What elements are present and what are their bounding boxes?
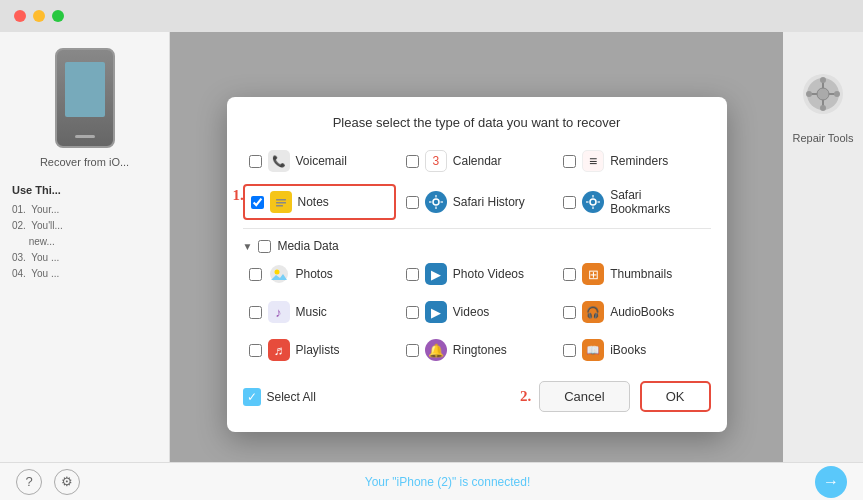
- notes-icon: [270, 191, 292, 213]
- playlists-checkbox[interactable]: [249, 344, 262, 357]
- svg-rect-2: [276, 202, 286, 204]
- ringtones-checkbox[interactable]: [406, 344, 419, 357]
- music-icon: ♪: [268, 301, 290, 323]
- ringtones-icon: 🔔: [425, 339, 447, 361]
- section-divider: [243, 228, 711, 229]
- notes-label: Notes: [298, 195, 329, 209]
- voicemail-item: 📞 Voicemail: [243, 146, 396, 176]
- modal-overlay: 1. Please select the type of data you wa…: [170, 32, 783, 497]
- step3: 03. You ...: [12, 250, 63, 266]
- notes-row: Notes Safari History: [243, 180, 711, 224]
- videos-icon: ▶: [425, 301, 447, 323]
- media-section-label: Media Data: [277, 239, 338, 253]
- modal-title: Please select the type of data you want …: [227, 97, 727, 142]
- safari-bookmarks-item: Safari Bookmarks: [557, 184, 710, 220]
- step1: 01. Your...: [12, 202, 63, 218]
- music-checkbox[interactable]: [249, 306, 262, 319]
- titlebar: [0, 0, 863, 32]
- voicemail-icon: 📞: [268, 150, 290, 172]
- voicemail-label: Voicemail: [296, 154, 347, 168]
- svg-point-24: [820, 105, 826, 111]
- help-button[interactable]: ?: [16, 469, 42, 495]
- calendar-checkbox[interactable]: [406, 155, 419, 168]
- modal-dialog: 1. Please select the type of data you wa…: [227, 97, 727, 432]
- right-panel: Repair Tools: [783, 32, 863, 497]
- playlists-item: ♬ Playlists: [243, 335, 396, 365]
- app-content: Recover from iO... Use Thi... 01. Your..…: [0, 32, 863, 497]
- settings-button[interactable]: ⚙: [54, 469, 80, 495]
- next-button[interactable]: →: [815, 466, 847, 498]
- ibooks-label: iBooks: [610, 343, 646, 357]
- btn-group: Cancel OK: [539, 381, 710, 412]
- ibooks-item: 📖 iBooks: [557, 335, 710, 365]
- safari-bookmarks-label: Safari Bookmarks: [610, 188, 704, 216]
- photo-videos-icon: ▶: [425, 263, 447, 285]
- videos-item: ▶ Videos: [400, 297, 553, 327]
- reminders-icon: ≡: [582, 150, 604, 172]
- videos-checkbox[interactable]: [406, 306, 419, 319]
- ringtones-label: Ringtones: [453, 343, 507, 357]
- safari-history-icon: [425, 191, 447, 213]
- photos-item: Photos: [243, 259, 396, 289]
- close-dot[interactable]: [14, 10, 26, 22]
- photos-label: Photos: [296, 267, 333, 281]
- notes-item: Notes: [243, 184, 396, 220]
- svg-point-23: [820, 77, 826, 83]
- playlists-label: Playlists: [296, 343, 340, 357]
- cancel-button[interactable]: Cancel: [539, 381, 629, 412]
- app-background: Recover from iO... Use Thi... 01. Your..…: [0, 0, 863, 500]
- media-row-2: ♪ Music ▶ Videos 🎧 AudioB: [243, 293, 711, 331]
- safari-bookmarks-checkbox[interactable]: [563, 196, 576, 209]
- thumbnails-icon: ⊞: [582, 263, 604, 285]
- svg-rect-1: [276, 199, 286, 201]
- audiobooks-checkbox[interactable]: [563, 306, 576, 319]
- photos-icon: [268, 263, 290, 285]
- svg-point-22: [817, 88, 829, 100]
- modal-body: 📞 Voicemail 3 Calendar ≡: [227, 142, 727, 369]
- minimize-dot[interactable]: [33, 10, 45, 22]
- safari-history-checkbox[interactable]: [406, 196, 419, 209]
- notes-checkbox[interactable]: [251, 196, 264, 209]
- videos-label: Videos: [453, 305, 489, 319]
- media-section-checkbox[interactable]: [258, 240, 271, 253]
- repair-tools-icon: [801, 72, 845, 116]
- recover-label: Recover from iO...: [40, 156, 129, 168]
- reminders-label: Reminders: [610, 154, 668, 168]
- media-row-3: ♬ Playlists 🔔 Ringtones 📖: [243, 331, 711, 369]
- svg-point-17: [274, 270, 279, 275]
- step2b: new...: [12, 234, 63, 250]
- photo-videos-item: ▶ Photo Videos: [400, 259, 553, 289]
- thumbnails-item: ⊞ Thumbnails: [557, 259, 710, 289]
- voicemail-checkbox[interactable]: [249, 155, 262, 168]
- step4: 04. You ...: [12, 266, 63, 282]
- reminders-checkbox[interactable]: [563, 155, 576, 168]
- thumbnails-label: Thumbnails: [610, 267, 672, 281]
- svg-point-25: [806, 91, 812, 97]
- photos-checkbox[interactable]: [249, 268, 262, 281]
- ok-button[interactable]: OK: [640, 381, 711, 412]
- step2-marker: 2.: [520, 388, 531, 405]
- top-data-row: 📞 Voicemail 3 Calendar ≡: [243, 142, 711, 180]
- playlists-icon: ♬: [268, 339, 290, 361]
- audiobooks-icon: 🎧: [582, 301, 604, 323]
- step1-marker: 1.: [233, 187, 244, 204]
- modal-footer: ✓ Select All 2. Cancel OK: [227, 369, 727, 412]
- maximize-dot[interactable]: [52, 10, 64, 22]
- media-row-1: Photos ▶ Photo Videos ⊞ Thumbnails: [243, 255, 711, 293]
- thumbnails-checkbox[interactable]: [563, 268, 576, 281]
- svg-point-16: [270, 265, 288, 283]
- audiobooks-label: AudioBooks: [610, 305, 674, 319]
- svg-rect-3: [276, 205, 283, 207]
- step2: 02. You'll...: [12, 218, 63, 234]
- chevron-icon: ▼: [243, 241, 253, 252]
- photo-videos-checkbox[interactable]: [406, 268, 419, 281]
- calendar-icon: 3: [425, 150, 447, 172]
- calendar-label: Calendar: [453, 154, 502, 168]
- select-all-checkbox-icon: ✓: [243, 388, 261, 406]
- ibooks-checkbox[interactable]: [563, 344, 576, 357]
- device-image: [55, 48, 115, 148]
- photo-videos-label: Photo Videos: [453, 267, 524, 281]
- bottom-left-buttons: ? ⚙: [16, 469, 80, 495]
- audiobooks-item: 🎧 AudioBooks: [557, 297, 710, 327]
- select-all-area: ✓ Select All: [243, 388, 316, 406]
